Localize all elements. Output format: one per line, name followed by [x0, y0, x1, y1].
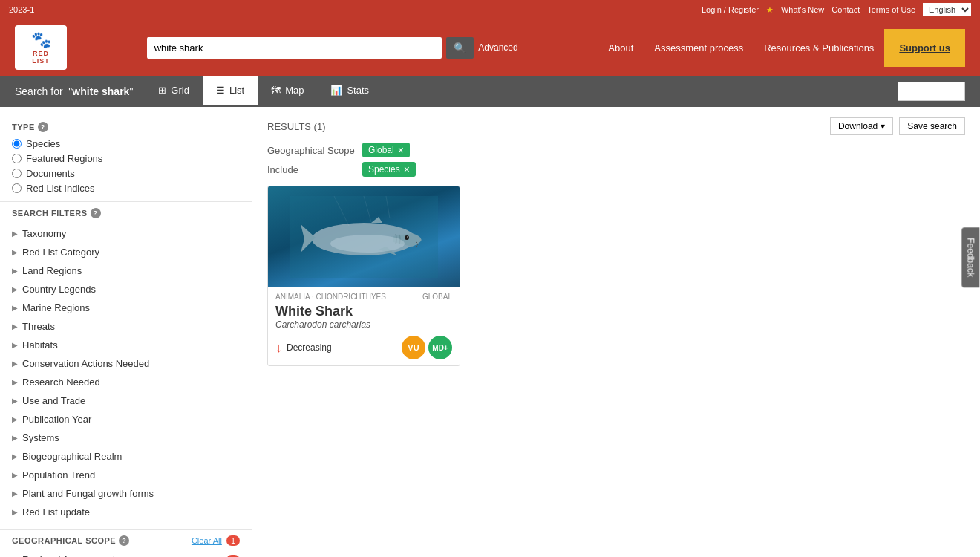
type-section: TYPE ? Species Featured Regions Document… — [0, 116, 252, 202]
filter-land-regions[interactable]: ▶Land Regions — [12, 261, 240, 280]
search-filters-section: SEARCH FILTERS ? ▶Taxonomy ▶Red List Cat… — [0, 202, 252, 530]
geo-clear-all[interactable]: Clear All — [192, 536, 222, 545]
top-bar-right: Login / Register ★ What's New Contact Te… — [702, 3, 971, 16]
view-tabs: ⊞ Grid ☰ List 🗺 Map 📊 Stats — [145, 76, 382, 107]
filter-conservation-actions[interactable]: ▶Conservation Actions Needed — [12, 354, 240, 373]
stats-icon: 📊 — [330, 85, 342, 96]
geo-filter-tag: Global × — [362, 143, 410, 157]
filter-threats[interactable]: ▶Threats — [12, 317, 240, 336]
logo-list: LIST — [32, 57, 50, 65]
shark-illustration — [290, 196, 438, 278]
filter-country-legends[interactable]: ▶Country Legends — [12, 280, 240, 299]
species-status: ↓ Decreasing VU MD+ — [275, 336, 452, 359]
filter-publication-year[interactable]: ▶Publication Year — [12, 410, 240, 429]
nav-about[interactable]: About — [598, 36, 644, 59]
search-bar: Search for "white shark" ⊞ Grid ☰ List 🗺… — [0, 76, 980, 107]
filter-biogeographical-realm[interactable]: ▶Biogeographical Realm — [12, 447, 240, 466]
include-filter-label: Include — [267, 164, 356, 175]
status-badges: VU MD+ — [402, 336, 452, 359]
species-name[interactable]: White Shark — [275, 304, 452, 319]
filters-row: Geographical Scope Global × Include Spec… — [267, 143, 965, 177]
search-bar-left: Search for "white shark" ⊞ Grid ☰ List 🗺… — [15, 76, 382, 107]
tab-stats[interactable]: 📊 Stats — [317, 76, 382, 107]
geo-filter-row: Geographical Scope Global × — [267, 143, 965, 157]
contact-link[interactable]: Contact — [832, 5, 860, 14]
geo-scope-info-icon[interactable]: ? — [119, 535, 129, 546]
species-sci-name: Carcharodon carcharias — [275, 319, 452, 330]
type-radio-group: Species Featured Regions Documents Red L… — [12, 138, 240, 194]
search-button[interactable]: 🔍 — [446, 37, 474, 59]
chevron-down-icon: ▾ — [953, 86, 957, 97]
badge-md[interactable]: MD+ — [428, 336, 452, 359]
logo-box: 🐾 RED LIST — [15, 25, 67, 70]
badge-vu[interactable]: VU — [402, 336, 425, 359]
type-documents[interactable]: Documents — [12, 168, 240, 179]
status-left: ↓ Decreasing — [275, 340, 332, 356]
geo-count: 1 — [226, 535, 240, 546]
filter-plant-fungal[interactable]: ▶Plant and Fungal growth forms — [12, 484, 240, 503]
language-select[interactable]: English — [923, 3, 971, 16]
map-icon: 🗺 — [271, 85, 281, 96]
filter-marine-regions[interactable]: ▶Marine Regions — [12, 299, 240, 317]
include-filter-tag: Species × — [362, 162, 416, 177]
save-search-button[interactable]: Save search — [899, 117, 965, 135]
search-query: white shark — [72, 85, 129, 97]
geo-regional-count: 1 — [226, 555, 240, 558]
filter-red-list-category[interactable]: ▶Red List Category — [12, 243, 240, 261]
content-header: RESULTS (1) Download ▾ Save search — [267, 117, 965, 135]
nav-support[interactable]: Support us — [884, 29, 965, 67]
star-icon: ★ — [766, 5, 774, 15]
include-filter-remove[interactable]: × — [404, 164, 410, 175]
type-red-list-indices[interactable]: Red List Indices — [12, 183, 240, 194]
logo-red: RED — [33, 50, 49, 57]
type-species[interactable]: Species — [12, 138, 240, 149]
chevron-down-icon: ▾ — [881, 121, 885, 131]
filter-population-trend[interactable]: ▶Population Trend — [12, 466, 240, 484]
species-card-0[interactable]: ANIMALIA · CHONDRICHTHYES GLOBAL White S… — [267, 186, 460, 366]
species-meta: ANIMALIA · CHONDRICHTHYES GLOBAL — [275, 293, 452, 301]
feedback-button[interactable]: Feedback — [962, 227, 980, 287]
advanced-link[interactable]: Advanced — [478, 42, 517, 53]
relevance-select[interactable]: Relevance ▾ — [898, 82, 965, 101]
login-link[interactable]: Login / Register — [702, 5, 759, 14]
nav-resources[interactable]: Resources & Publications — [754, 36, 884, 59]
tab-grid[interactable]: ⊞ Grid — [145, 76, 203, 107]
main-layout: TYPE ? Species Featured Regions Document… — [0, 107, 980, 557]
tab-list[interactable]: ☰ List — [203, 76, 258, 107]
search-input[interactable] — [147, 37, 442, 59]
type-title: TYPE ? — [12, 122, 240, 132]
terms-link[interactable]: Terms of Use — [867, 5, 915, 14]
filter-research-needed[interactable]: ▶Research Needed — [12, 373, 240, 391]
species-taxonomy: ANIMALIA · CHONDRICHTHYES — [275, 293, 386, 301]
download-button[interactable]: Download ▾ — [830, 117, 893, 135]
tab-map[interactable]: 🗺 Map — [258, 76, 317, 107]
nav-assessment[interactable]: Assessment process — [644, 36, 754, 59]
top-bar: 2023-1 Login / Register ★ What's New Con… — [0, 0, 980, 19]
species-image — [268, 186, 460, 287]
type-info-icon[interactable]: ? — [38, 122, 48, 132]
search-filters-info-icon[interactable]: ? — [91, 208, 101, 218]
logo-area: 🐾 RED LIST — [15, 25, 67, 70]
svg-point-3 — [407, 236, 408, 238]
svg-point-4 — [330, 235, 405, 253]
logo-paws-icon: 🐾 — [31, 30, 51, 50]
geo-filter-remove[interactable]: × — [398, 145, 404, 155]
search-title: Search for "white shark" — [15, 76, 145, 106]
filter-use-and-trade[interactable]: ▶Use and Trade — [12, 391, 240, 410]
type-featured-regions[interactable]: Featured Regions — [12, 153, 240, 164]
geo-scope-section: GEOGRAPHICAL SCOPE ? Clear All 1 ▶Region… — [0, 530, 252, 557]
content-actions: Download ▾ Save search — [830, 117, 965, 135]
content-area: RESULTS (1) Download ▾ Save search Geogr… — [252, 107, 980, 557]
geo-regional-assessments[interactable]: ▶Regional Assessments 1 — [12, 550, 240, 557]
filter-taxonomy[interactable]: ▶Taxonomy — [12, 224, 240, 243]
species-info: ANIMALIA · CHONDRICHTHYES GLOBAL White S… — [268, 287, 460, 365]
geo-items: ▶Regional Assessments 1 — [12, 550, 240, 557]
trend-label: Decreasing — [287, 342, 332, 353]
filter-red-list-update[interactable]: ▶Red List update — [12, 503, 240, 521]
header-search: 🔍 Advanced — [147, 37, 518, 59]
filter-systems[interactable]: ▶Systems — [12, 429, 240, 447]
svg-point-2 — [405, 235, 409, 240]
whats-new-link[interactable]: What's New — [781, 5, 824, 14]
filter-habitats[interactable]: ▶Habitats — [12, 336, 240, 354]
header: 🐾 RED LIST 🔍 Advanced About Assessment p… — [0, 19, 980, 76]
